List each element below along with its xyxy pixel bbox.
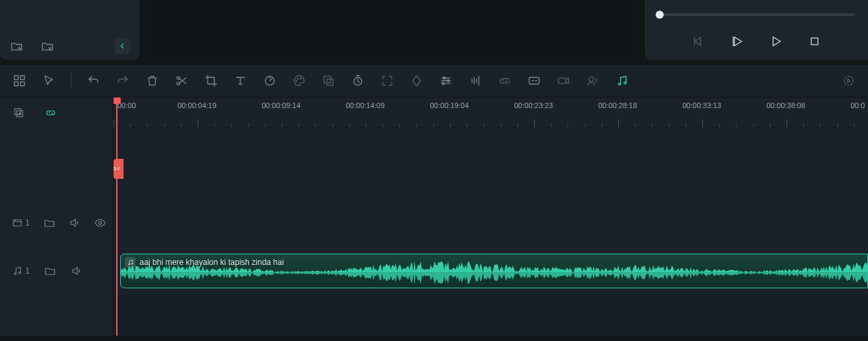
adjust-button[interactable]: [437, 72, 455, 89]
speed-button[interactable]: [261, 72, 278, 89]
render-button[interactable]: [840, 72, 857, 89]
svg-rect-1: [15, 76, 19, 80]
audio-clip-title: aaj bhi mere khayalon ki tapish zinda ha…: [140, 258, 284, 267]
voice-button[interactable]: [584, 72, 602, 89]
video-mute-icon[interactable]: [69, 216, 81, 230]
svg-rect-11: [324, 76, 331, 83]
delete-button[interactable]: [144, 72, 161, 89]
record-button[interactable]: [555, 72, 572, 89]
prev-frame-button[interactable]: [690, 33, 706, 49]
video-track-index: 1: [25, 218, 30, 228]
ruler-label: 00:00:19:04: [430, 101, 469, 109]
audio-track-index: 1: [25, 266, 30, 276]
redo-button: [114, 72, 132, 89]
keyframe-button[interactable]: [408, 72, 425, 89]
svg-point-28: [19, 272, 21, 274]
audio-lock-icon[interactable]: [43, 264, 57, 278]
link-button[interactable]: [496, 72, 513, 89]
timer-button[interactable]: [349, 72, 367, 89]
track-gutter: 1 1: [0, 97, 114, 336]
overlay-button[interactable]: [320, 72, 337, 89]
svg-point-21: [624, 82, 626, 84]
svg-rect-3: [15, 82, 19, 86]
audio-track-label: 1: [12, 266, 30, 276]
video-lock-icon[interactable]: [43, 216, 55, 230]
svg-point-22: [844, 76, 853, 85]
remove-folder-icon[interactable]: [40, 39, 55, 53]
timeline-toolbar: [0, 64, 868, 97]
audio-adjust-button[interactable]: [467, 72, 484, 89]
link-tracks-button[interactable]: [44, 106, 57, 119]
video-visibility-icon[interactable]: [94, 216, 106, 230]
color-button[interactable]: [290, 72, 308, 89]
play-button[interactable]: [729, 33, 745, 49]
split-button[interactable]: [173, 72, 190, 89]
preview-panel: [148, 0, 637, 60]
media-bin-panel: [0, 0, 140, 60]
audio-clip[interactable]: aaj bhi mere khayalon ki tapish zinda ha…: [120, 254, 868, 288]
cut-marker[interactable]: ✂: [114, 159, 124, 179]
audio-track[interactable]: aaj bhi mere khayalon ki tapish zinda ha…: [114, 247, 868, 295]
music-note-icon: [125, 257, 136, 268]
playhead[interactable]: [116, 97, 118, 336]
crop-button[interactable]: [202, 72, 220, 89]
svg-rect-25: [13, 220, 21, 226]
ruler-label: 00:00:33:13: [682, 101, 721, 109]
player-panel: [645, 0, 868, 60]
timeline: 1 1 00:0000:00:04:1900:00:09:1400:00:14:…: [0, 97, 868, 336]
svg-point-26: [98, 222, 101, 225]
tracks-area[interactable]: 00:0000:00:04:1900:00:09:1400:00:14:0900…: [114, 97, 868, 336]
text-button[interactable]: [232, 72, 249, 89]
add-folder-icon[interactable]: [9, 39, 24, 53]
ruler-label: 00:0: [851, 101, 865, 109]
undo-button[interactable]: [85, 72, 102, 89]
video-track-label: 1: [12, 218, 30, 228]
svg-point-30: [131, 263, 132, 264]
audio-track-header: 1: [0, 247, 113, 295]
ruler-label: 00:00:04:19: [178, 101, 216, 109]
svg-rect-0: [811, 38, 818, 45]
select-tool-button[interactable]: [40, 72, 57, 89]
time-ruler[interactable]: 00:0000:00:04:1900:00:09:1400:00:14:0900…: [114, 97, 868, 128]
svg-rect-2: [21, 76, 25, 80]
ruler-label: 00:00:23:23: [514, 101, 553, 109]
ruler-label: 00:00:14:09: [346, 101, 385, 109]
svg-point-27: [14, 273, 16, 275]
svg-point-29: [128, 264, 130, 265]
svg-rect-4: [21, 82, 25, 86]
svg-rect-17: [529, 77, 539, 84]
ruler-label: 00:00:28:18: [598, 101, 637, 109]
layout-grid-button[interactable]: [11, 72, 28, 89]
caption-button[interactable]: [525, 72, 543, 89]
svg-point-9: [298, 78, 299, 79]
next-frame-button[interactable]: [768, 33, 784, 49]
svg-point-8: [296, 80, 297, 81]
svg-point-19: [589, 77, 594, 81]
player-scrubber[interactable]: [658, 8, 855, 21]
audio-tool-button[interactable]: [614, 72, 631, 89]
video-track[interactable]: [114, 199, 868, 247]
svg-rect-12: [327, 79, 333, 85]
add-track-button[interactable]: [12, 106, 25, 119]
audio-mute-icon[interactable]: [70, 264, 83, 278]
svg-point-20: [618, 83, 620, 85]
svg-point-10: [300, 78, 302, 79]
ruler-label: 00:00:38:08: [767, 101, 805, 109]
video-track-header: 1: [0, 199, 113, 247]
svg-rect-18: [559, 78, 566, 83]
ruler-label: 00:00:09:14: [262, 101, 300, 109]
collapse-panel-button[interactable]: [114, 38, 130, 54]
stop-button[interactable]: [807, 33, 823, 49]
fit-button[interactable]: [379, 72, 396, 89]
